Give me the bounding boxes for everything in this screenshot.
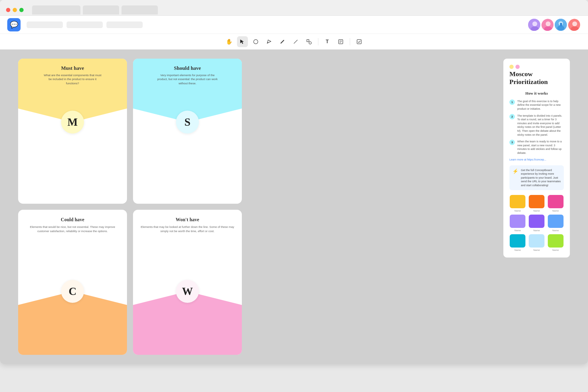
swatch-label-5: Name <box>533 229 540 232</box>
swatch-3: Name <box>547 195 564 212</box>
step-3-num: 3 <box>509 140 515 145</box>
promo-icon: ⚡ <box>512 168 518 174</box>
wont-have-text: Elements that may be looked at further d… <box>140 225 235 234</box>
wont-have-footer: W <box>133 291 242 355</box>
step-1: 1 The goal of this exercise is to help d… <box>509 99 564 111</box>
svg-rect-15 <box>307 40 309 42</box>
step-2: 2 The template is divided into 4 panels.… <box>509 114 564 137</box>
svg-point-8 <box>557 25 564 30</box>
should-have-subtitle: Very important elements for purpose of t… <box>157 73 218 85</box>
could-have-panel: Could have Elements that would be nice, … <box>18 210 127 355</box>
eraser-tool[interactable] <box>250 36 261 47</box>
avatar-1[interactable] <box>528 18 541 31</box>
swatch-label-1: Name <box>515 209 521 212</box>
marker-tool[interactable] <box>277 36 288 47</box>
swatch-color-4[interactable] <box>510 215 525 228</box>
swatch-6: Name <box>547 215 564 232</box>
svg-text:👤: 👤 <box>559 22 563 26</box>
swatch-4: Name <box>509 215 526 232</box>
swatch-label-8: Name <box>533 249 540 251</box>
svg-point-11 <box>572 21 577 26</box>
step-3-text: When the team is ready to move to a new … <box>517 140 564 155</box>
close-button[interactable] <box>6 8 10 12</box>
toolbar-divider-2 <box>350 38 350 45</box>
could-have-footer: C <box>18 291 127 355</box>
browser-tab-3[interactable] <box>122 5 158 15</box>
swatch-color-9[interactable] <box>548 234 564 248</box>
svg-point-13 <box>254 40 258 44</box>
maximize-button[interactable] <box>19 8 24 12</box>
moscow-title: MoscowPrioritization <box>509 70 564 86</box>
sticky-tool[interactable] <box>335 36 346 47</box>
header-left: 💬 <box>7 18 143 31</box>
minimize-button[interactable] <box>13 8 17 12</box>
hand-tool[interactable]: ✋ <box>224 36 235 47</box>
svg-line-14 <box>294 40 297 44</box>
step-2-num: 2 <box>509 114 515 119</box>
swatch-label-4: Name <box>515 229 521 232</box>
shapes-tool[interactable] <box>304 36 314 47</box>
swatch-7: Name <box>509 234 526 251</box>
promo-text: Get the full Conceptboard experience by … <box>521 168 561 187</box>
avatar-2[interactable] <box>541 18 554 31</box>
select-tool[interactable] <box>237 36 248 47</box>
pen-tool[interactable] <box>264 36 275 47</box>
app-logo[interactable]: 💬 <box>7 18 21 31</box>
swatch-color-1[interactable] <box>510 195 525 208</box>
step-1-text: The goal of this exercise is to help def… <box>517 99 564 111</box>
traffic-lights <box>6 8 24 12</box>
wont-have-body: Won't have Elements that may be looked a… <box>133 210 242 291</box>
swatch-9: Name <box>547 234 564 251</box>
dot-pink <box>515 65 520 69</box>
swatch-color-5[interactable] <box>529 215 544 228</box>
swatch-color-3[interactable] <box>548 195 564 208</box>
could-have-letter: C <box>61 280 84 303</box>
avatar-4[interactable] <box>567 18 581 31</box>
swatch-label-7: Name <box>515 249 521 251</box>
swatch-color-8[interactable] <box>529 234 544 248</box>
swatch-label-2: Name <box>533 209 540 212</box>
header-nav <box>27 21 143 28</box>
swatch-color-6[interactable] <box>548 215 564 228</box>
header-nav-item-1[interactable] <box>27 21 63 28</box>
moscow-dots <box>509 65 564 69</box>
swatch-color-7[interactable] <box>510 234 525 248</box>
svg-point-4 <box>546 21 551 26</box>
avatar-3[interactable]: 👤 <box>554 18 567 31</box>
should-have-panel: Should have Very important elements for … <box>133 59 242 204</box>
text-tool[interactable]: T <box>322 36 333 47</box>
header-nav-item-2[interactable] <box>67 21 103 28</box>
swatch-8: Name <box>528 234 545 251</box>
should-have-letter: S <box>176 111 199 134</box>
browser-tab-2[interactable] <box>83 5 119 15</box>
swatches-grid: Name Name Name Name Name <box>509 195 564 251</box>
should-have-header: Should have Very important elements for … <box>133 59 242 122</box>
promo-box: ⚡ Get the full Conceptboard experience b… <box>509 165 564 190</box>
svg-rect-21 <box>357 40 361 44</box>
svg-point-1 <box>532 21 537 26</box>
could-have-title: Could have <box>61 217 84 222</box>
swatch-2: Name <box>528 195 545 212</box>
learn-more-link[interactable]: Learn more at https://concep... <box>509 158 564 161</box>
must-have-title: Must have <box>61 65 84 71</box>
must-have-letter: M <box>61 111 84 134</box>
swatch-color-2[interactable] <box>529 195 544 208</box>
could-have-text: Elements that would be nice, but not ess… <box>25 225 120 234</box>
browser-tab-1[interactable] <box>32 5 80 15</box>
swatch-label-3: Name <box>552 209 559 212</box>
swatch-label-9: Name <box>552 249 559 251</box>
header-right: 👤 <box>530 18 581 31</box>
swatch-5: Name <box>528 215 545 232</box>
canvas-area: Must have What are the essential compone… <box>0 50 588 364</box>
wont-have-panel: Won't have Elements that may be looked a… <box>133 210 242 355</box>
should-have-title: Should have <box>174 65 201 71</box>
should-have-header-content: Should have Very important elements for … <box>133 59 242 85</box>
check-tool[interactable] <box>354 36 365 47</box>
must-have-header-content: Must have What are the essential compone… <box>18 59 127 85</box>
how-it-works-title: How it works <box>509 91 564 96</box>
line-tool[interactable] <box>290 36 301 47</box>
toolbar: ✋ T <box>0 34 588 50</box>
swatch-label-6: Name <box>552 229 559 232</box>
header-nav-item-3[interactable] <box>106 21 143 28</box>
step-1-num: 1 <box>509 99 515 105</box>
